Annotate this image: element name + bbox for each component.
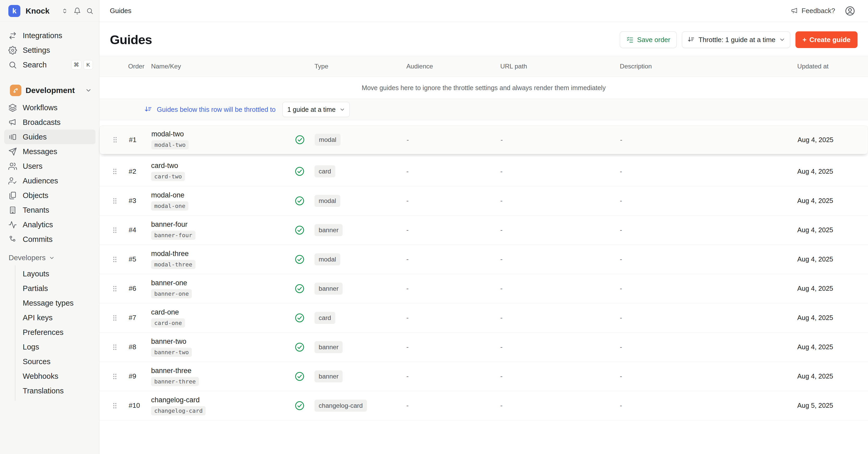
throttle-value-dropdown[interactable]: 1 guide at a time <box>282 102 350 117</box>
sidebar-item-preferences[interactable]: Preferences <box>16 325 99 340</box>
search-icon[interactable] <box>86 7 93 15</box>
row-audience: - <box>401 343 495 351</box>
guide-key-badge: card-one <box>151 318 185 328</box>
sidebar-item-message-types[interactable]: Message types <box>16 296 99 310</box>
sidebar-item-objects[interactable]: Objects <box>4 188 95 203</box>
sidebar-item-commits[interactable]: Commits <box>4 232 95 247</box>
workspace-name[interactable]: Knock <box>26 6 50 16</box>
enabled-check-icon <box>294 371 305 382</box>
sidebar-item-settings[interactable]: Settings <box>4 43 95 57</box>
guide-name: banner-four <box>151 221 188 229</box>
sidebar-item-users[interactable]: Users <box>4 159 95 173</box>
row-description: - <box>612 197 737 205</box>
table-row[interactable]: #6 banner-one banner-one banner - - - Au… <box>99 274 868 303</box>
sidebar-item-audiences[interactable]: Audiences <box>4 173 95 188</box>
sidebar-header: k Knock <box>0 0 99 22</box>
environment-label: Development <box>26 86 81 95</box>
drag-handle-icon[interactable] <box>111 197 119 205</box>
drag-handle-icon[interactable] <box>111 343 119 351</box>
broadcasts-icon <box>8 118 17 127</box>
audiences-icon <box>8 177 17 185</box>
save-order-button[interactable]: Save order <box>620 31 677 48</box>
sidebar-header-icons <box>61 7 93 15</box>
table-row[interactable]: #4 banner-four banner-four banner - - - … <box>99 215 868 245</box>
bell-icon[interactable] <box>73 7 81 15</box>
sidebar-item-tenants[interactable]: Tenants <box>4 203 95 217</box>
drag-handle-icon[interactable] <box>111 255 119 263</box>
sidebar-item-partials[interactable]: Partials <box>16 281 99 296</box>
row-order: #1 <box>125 136 149 144</box>
create-guide-button[interactable]: + Create guide <box>796 31 858 48</box>
sidebar-item-guides[interactable]: Guides <box>4 130 95 144</box>
knock-logo: k <box>8 5 20 17</box>
row-audience: - <box>401 284 495 292</box>
row-url-path: - <box>495 255 612 263</box>
drag-handle-icon[interactable] <box>111 285 119 292</box>
drag-handle-icon[interactable] <box>111 136 119 144</box>
table-row[interactable]: #2 card-two card-two card - - - Aug 4, 2… <box>99 157 868 186</box>
table-row[interactable]: #8 banner-two banner-two banner - - - Au… <box>99 332 868 362</box>
table-row[interactable]: #9 banner-three banner-three banner - - … <box>99 362 868 391</box>
drag-handle-icon[interactable] <box>111 372 119 380</box>
row-description: - <box>612 226 737 234</box>
sidebar-item-logs[interactable]: Logs <box>16 340 99 354</box>
throttle-button[interactable]: Throttle: 1 guide at a time <box>682 31 790 48</box>
drag-handle-icon[interactable] <box>111 226 119 234</box>
column-header-type: Type <box>294 63 401 70</box>
sidebar-item-translations[interactable]: Translations <box>16 384 99 398</box>
table-row[interactable]: #7 card-one card-one card - - - Aug 4, 2… <box>99 303 868 332</box>
sidebar-item-webhooks[interactable]: Webhooks <box>16 369 99 384</box>
sidebar-item-messages[interactable]: Messages <box>4 144 95 159</box>
row-updated-at: Aug 4, 2025 <box>737 314 858 321</box>
environment-switcher[interactable]: Development <box>4 83 95 98</box>
sidebar-item-search[interactable]: Search ⌘K <box>4 57 95 72</box>
drag-handle-icon[interactable] <box>111 167 119 175</box>
table-row[interactable]: #1 modal-two modal-two modal - - - Aug 4… <box>99 125 868 154</box>
messages-icon <box>8 147 17 156</box>
feedback-button[interactable]: Feedback? <box>791 7 835 15</box>
megaphone-icon <box>791 7 798 15</box>
chevron-down-icon <box>779 36 785 43</box>
sidebar-item-api-keys[interactable]: API keys <box>16 310 99 325</box>
row-updated-at: Aug 4, 2025 <box>737 136 857 144</box>
page-actions: Save order Throttle: 1 guide at a time +… <box>620 31 858 48</box>
row-updated-at: Aug 4, 2025 <box>737 197 858 204</box>
table-row[interactable]: #10 changelog-card changelog-card change… <box>99 391 868 420</box>
drag-handle-icon[interactable] <box>111 402 119 409</box>
enabled-check-icon <box>294 400 305 411</box>
ignore-throttle-dropzone[interactable]: Move guides here to ignore the throttle … <box>99 77 868 99</box>
row-audience: - <box>401 226 495 234</box>
sidebar-item-layouts[interactable]: Layouts <box>16 266 99 281</box>
guide-name: banner-three <box>151 367 191 375</box>
unfold-icon[interactable] <box>61 7 68 15</box>
guide-type-badge: modal <box>315 134 341 146</box>
table-row[interactable]: #3 modal-one modal-one modal - - - Aug 4… <box>99 186 868 215</box>
row-order: #2 <box>124 167 149 175</box>
sort-descending-icon <box>687 36 695 44</box>
developers-section-toggle[interactable]: Developers <box>4 251 95 264</box>
tenants-icon <box>8 206 17 215</box>
row-updated-at: Aug 4, 2025 <box>737 372 858 380</box>
guide-key-badge: banner-one <box>151 289 192 298</box>
sidebar-item-integrations[interactable]: Integrations <box>4 28 95 43</box>
guide-type-badge: modal <box>314 195 340 207</box>
workflows-icon <box>8 104 17 112</box>
enabled-check-icon <box>294 342 305 353</box>
integrations-icon <box>8 31 17 40</box>
topbar: Guides Feedback? <box>99 0 868 22</box>
row-audience: - <box>401 314 495 322</box>
page-header: Guides Save order Throttle: 1 guide at a… <box>99 22 868 56</box>
drag-handle-icon[interactable] <box>111 314 119 322</box>
user-circle-icon[interactable] <box>844 5 856 17</box>
row-url-path: - <box>495 401 612 409</box>
throttle-divider-link[interactable]: Guides below this row will be throttled … <box>157 106 276 113</box>
row-order: #8 <box>124 343 149 351</box>
table-row[interactable]: #5 modal-three modal-three modal - - - A… <box>99 245 868 274</box>
sidebar-item-broadcasts[interactable]: Broadcasts <box>4 115 95 130</box>
sidebar-item-sources[interactable]: Sources <box>16 354 99 369</box>
row-url-path: - <box>495 136 612 144</box>
column-header-description: Description <box>612 63 737 70</box>
sidebar-item-analytics[interactable]: Analytics <box>4 217 95 232</box>
commits-icon <box>8 235 17 244</box>
sidebar-item-workflows[interactable]: Workflows <box>4 100 95 115</box>
